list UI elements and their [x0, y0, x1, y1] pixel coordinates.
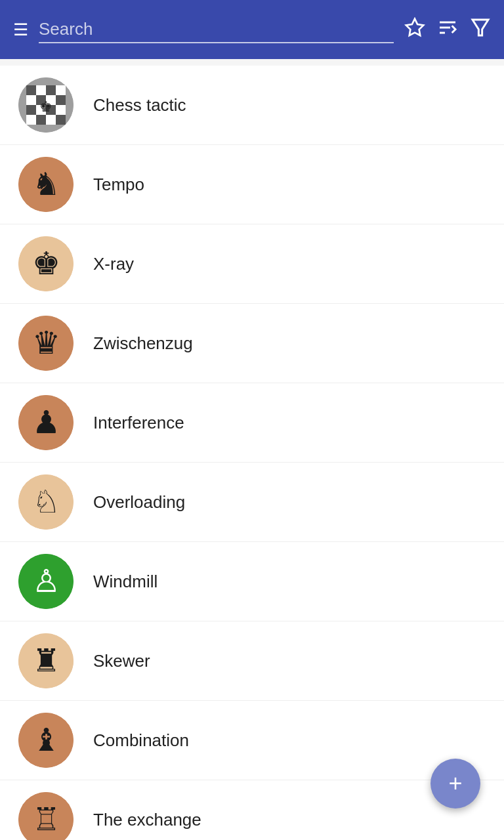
svg-text:♚: ♚	[32, 246, 60, 281]
avatar: ♖	[18, 792, 74, 840]
avatar: ♞	[18, 157, 74, 212]
svg-text:♞: ♞	[32, 167, 60, 201]
list-item[interactable]: ♚ Chess tactic	[0, 66, 504, 145]
list-item[interactable]: ♟ Interference	[0, 383, 504, 463]
avatar: ♜	[18, 633, 74, 688]
star-icon[interactable]	[404, 17, 425, 43]
list-item[interactable]: ♜ Skewer	[0, 621, 504, 701]
item-label: The exchange	[93, 810, 201, 830]
item-label: Overloading	[93, 492, 185, 513]
svg-marker-4	[472, 20, 488, 35]
list-item[interactable]: ♖ The exchange	[0, 780, 504, 840]
svg-text:♛: ♛	[32, 326, 60, 360]
header-actions	[404, 17, 491, 43]
search-input[interactable]	[39, 16, 394, 43]
svg-rect-8	[46, 85, 56, 95]
avatar: ♛	[18, 316, 74, 371]
item-label: Windmill	[93, 572, 158, 592]
item-label: Tempo	[93, 175, 144, 195]
list-item[interactable]: ♙ Windmill	[0, 542, 504, 621]
svg-text:♘: ♘	[32, 484, 60, 519]
list-item[interactable]: ♝ Combination	[0, 701, 504, 780]
item-label: Skewer	[93, 651, 150, 671]
avatar: ♚	[18, 236, 74, 291]
avatar: ♝	[18, 713, 74, 768]
add-icon: +	[448, 772, 462, 795]
svg-text:♟: ♟	[32, 405, 60, 440]
list-item[interactable]: ♛ Zwischenzug	[0, 304, 504, 383]
item-label: Interference	[93, 413, 184, 433]
menu-icon[interactable]: ☰	[13, 21, 28, 38]
item-label: Combination	[93, 730, 189, 751]
svg-rect-14	[56, 115, 66, 125]
list-item[interactable]: ♘ Overloading	[0, 463, 504, 542]
avatar: ♘	[18, 474, 74, 530]
svg-rect-7	[26, 85, 36, 95]
svg-text:♜: ♜	[32, 643, 60, 678]
svg-text:♙: ♙	[32, 564, 60, 598]
app-header: ☰	[0, 0, 504, 59]
avatar: ♙	[18, 554, 74, 609]
svg-text:♝: ♝	[32, 723, 60, 757]
list-item[interactable]: ♞ Tempo	[0, 145, 504, 224]
avatar: ♟	[18, 395, 74, 450]
svg-rect-10	[56, 95, 66, 105]
svg-rect-13	[36, 115, 46, 125]
chess-tactics-list: ♚ Chess tactic ♞ Tempo ♚ X-ray ♛	[0, 66, 504, 840]
item-label: Chess tactic	[93, 95, 186, 116]
add-button[interactable]: +	[430, 759, 480, 808]
svg-text:♚: ♚	[39, 98, 52, 115]
filter-icon[interactable]	[470, 17, 491, 43]
item-label: Zwischenzug	[93, 333, 193, 354]
svg-marker-0	[406, 18, 424, 35]
sort-icon[interactable]	[437, 17, 458, 43]
list-item[interactable]: ♚ X-ray	[0, 224, 504, 304]
svg-rect-11	[26, 105, 36, 115]
svg-text:♖: ♖	[32, 802, 60, 837]
item-label: X-ray	[93, 254, 134, 274]
avatar: ♚	[18, 77, 74, 133]
